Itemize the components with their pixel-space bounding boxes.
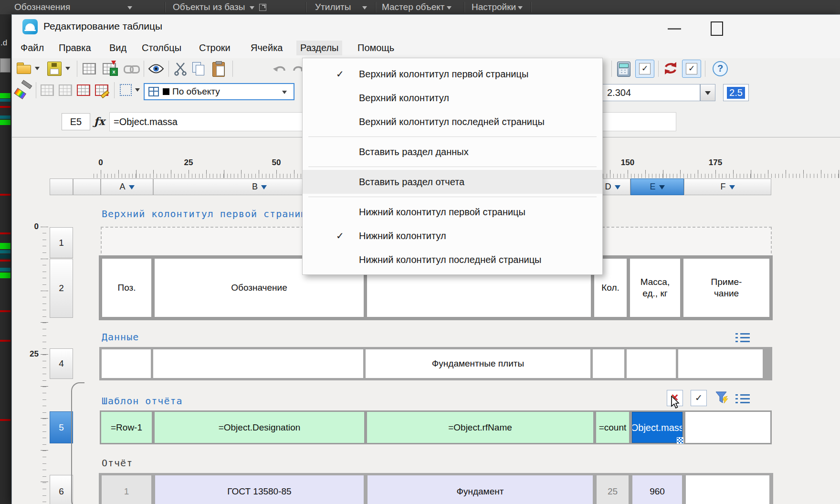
cell-a4[interactable]	[102, 349, 151, 378]
cut-icon[interactable]	[173, 62, 188, 76]
fx-icon[interactable]: ƒx	[94, 115, 105, 127]
calculator-icon[interactable]	[617, 62, 630, 77]
menu-file[interactable]: Файл	[17, 41, 48, 55]
section-label-report-template: Шаблон отчёта	[102, 395, 183, 407]
structure-icon[interactable]	[735, 391, 750, 403]
format-brush-icon[interactable]	[15, 83, 32, 98]
cell-row-formula[interactable]: =Row-1	[101, 412, 152, 443]
report-row: 1 ГОСТ 13580-85 Фундамент 25 960	[99, 473, 773, 504]
autoupdate-toggle-button[interactable]: ✓	[682, 60, 701, 78]
column-header-f[interactable]: F	[684, 178, 771, 195]
table-rows-icon[interactable]	[59, 84, 72, 96]
cell-count-formula[interactable]: =count	[596, 412, 629, 443]
panel-icon[interactable]	[259, 4, 266, 11]
menu-separator	[308, 136, 597, 137]
cell-e4[interactable]	[627, 349, 676, 378]
bg-group-master[interactable]: Мастер объект	[382, 0, 452, 14]
maximize-button[interactable]	[711, 21, 723, 36]
text-height-dropdown-button[interactable]	[700, 84, 715, 101]
paste-icon[interactable]	[212, 62, 225, 77]
undo-icon[interactable]	[273, 63, 288, 75]
cell-b4[interactable]	[153, 349, 363, 378]
column-header-e-selected[interactable]: E	[630, 178, 684, 195]
cell-mass[interactable]: Масса, ед., кг	[630, 259, 680, 317]
cell-qty-value[interactable]: 25	[597, 475, 629, 504]
menu-sections[interactable]: Разделы	[296, 41, 342, 55]
bg-group-utilities[interactable]: Утилиты	[315, 0, 367, 14]
sections-dropdown-menu: ✓ Верхний колонтитул первой страницы Вер…	[302, 58, 603, 275]
save-icon[interactable]	[47, 62, 62, 76]
link-icon[interactable]	[124, 64, 139, 72]
cell-mass-value[interactable]: 960	[632, 475, 682, 504]
corner-box-2[interactable]	[73, 178, 101, 195]
import-table-icon[interactable]	[83, 63, 96, 74]
section-group-bracket	[71, 382, 84, 504]
menu-edit[interactable]: Правка	[55, 41, 95, 55]
border-style-combobox[interactable]: По объекту	[144, 83, 294, 100]
cell-d4[interactable]	[593, 349, 624, 378]
layer-band	[0, 243, 10, 249]
menu-item-header-last-page[interactable]: Верхний колонтитул последней страницы	[303, 110, 602, 134]
preview-eye-icon[interactable]	[148, 63, 164, 74]
bg-group-oboznacheniya[interactable]: Обозначения	[14, 0, 132, 14]
menu-item-insert-report-section[interactable]: Вставить раздел отчета	[303, 170, 602, 194]
menu-item-footer[interactable]: ✓ Нижний колонтитул	[303, 224, 602, 248]
cell-note[interactable]: Приме- чание	[683, 259, 769, 317]
bg-group-objects[interactable]: Объекты из базы	[173, 0, 266, 14]
cell-designation-formula[interactable]: =Object.Designation	[155, 412, 364, 443]
help-icon[interactable]: ?	[713, 61, 728, 76]
fit-columns-icon[interactable]	[41, 84, 54, 96]
borders-icon[interactable]	[120, 84, 132, 96]
minimize-button[interactable]	[668, 28, 681, 30]
menu-cell[interactable]: Ячейка	[247, 41, 286, 55]
menu-rows[interactable]: Строки	[195, 41, 234, 55]
cell-pos[interactable]: Поз.	[102, 259, 151, 317]
bg-group-settings[interactable]: Настройки	[472, 0, 523, 14]
column-letter: E	[650, 182, 655, 192]
copy-icon[interactable]	[192, 62, 205, 75]
refresh-icon[interactable]	[663, 61, 678, 75]
save-dropdown-icon[interactable]	[65, 67, 70, 73]
menu-help[interactable]: Помощь	[354, 41, 398, 55]
table-editor-window: Редактирование таблицы Файл Правка Вид С…	[11, 14, 840, 504]
menu-columns[interactable]: Столбцы	[138, 41, 185, 55]
filter-icon[interactable]	[714, 390, 730, 405]
cell-f5[interactable]	[685, 412, 770, 443]
borders-dropdown-icon[interactable]	[135, 88, 140, 94]
scale-field[interactable]: 2.5	[723, 84, 749, 101]
menu-item-footer-last-page[interactable]: Нижний колонтитул последней страницы	[303, 248, 602, 272]
cell-gost-value[interactable]: ГОСТ 13580-85	[155, 475, 364, 504]
cell-f6[interactable]	[686, 475, 769, 504]
hruler-label: 25	[184, 158, 193, 168]
menu-item-footer-first-page[interactable]: Нижний колонтитул первой страницы	[303, 200, 602, 224]
merge-cells-icon[interactable]	[77, 84, 90, 96]
cell-massa-formula-selected[interactable]: =Object.massa	[632, 412, 682, 443]
text-height-value: 2.304	[607, 87, 631, 98]
column-header-a[interactable]: A	[101, 178, 153, 195]
cell-name-formula[interactable]: =Object.rfName	[367, 412, 593, 443]
export-table-icon[interactable]: x	[103, 63, 116, 74]
cell-reference-box[interactable]: E5	[62, 113, 90, 130]
menu-item-insert-data-section[interactable]: Вставить раздел данных	[303, 140, 602, 164]
cell-pos-value[interactable]: 1	[102, 475, 151, 504]
cell-f4[interactable]	[678, 349, 763, 378]
structure-icon-data[interactable]	[735, 330, 750, 342]
section-check-icon[interactable]: ✓	[691, 390, 707, 406]
row-header-5-selected[interactable]: 5	[50, 411, 73, 443]
row-header-6[interactable]: 6	[50, 475, 73, 504]
menu-view[interactable]: Вид	[105, 41, 130, 55]
cell-group-title[interactable]: Фундаментные плиты	[366, 349, 590, 378]
menu-item-header[interactable]: Верхний колонтитул	[303, 86, 602, 110]
open-dropdown-icon[interactable]	[35, 67, 40, 73]
row-header-4[interactable]: 4	[50, 348, 73, 379]
text-height-field[interactable]: 2.304	[592, 84, 700, 101]
corner-box[interactable]	[50, 178, 73, 195]
edit-cell-icon[interactable]	[95, 84, 108, 96]
selection-handle[interactable]	[677, 437, 683, 444]
menu-item-header-first-page[interactable]: ✓ Верхний колонтитул первой страницы	[303, 62, 602, 86]
autocalc-toggle-button[interactable]: ✓	[635, 60, 654, 78]
cell-foundation-value[interactable]: Фундамент	[368, 475, 593, 504]
row-header-2[interactable]: 2	[50, 259, 73, 318]
open-file-icon[interactable]	[17, 63, 31, 74]
row-header-1[interactable]: 1	[50, 227, 73, 258]
